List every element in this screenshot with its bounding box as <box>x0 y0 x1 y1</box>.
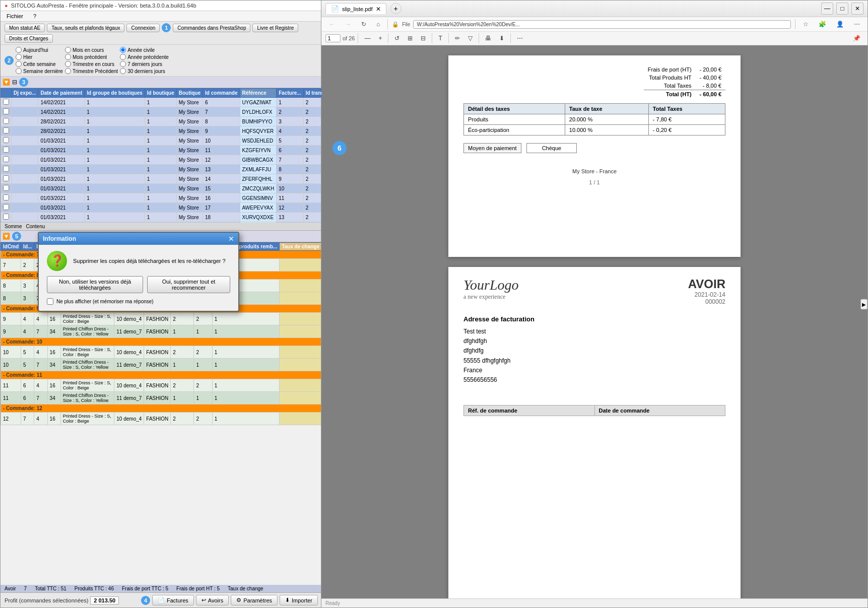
new-tab-button[interactable]: + <box>390 3 402 14</box>
row-checkbox[interactable] <box>3 108 9 114</box>
col-idcmd[interactable]: Id commande <box>203 89 240 98</box>
row-checkbox[interactable] <box>3 166 9 172</box>
col-idboutique[interactable]: Id boutique <box>145 89 176 98</box>
table-row[interactable]: 14/02/2021 1 1 My Store 7 DYLDHLOFX 2 2 … <box>1 107 322 117</box>
window-minimize-button[interactable]: — <box>821 3 833 15</box>
collapse-icon[interactable]: ⊟ <box>12 79 17 86</box>
btn-taux-seuils[interactable]: Taux, seuils et plafonds légaux <box>47 24 124 32</box>
reload-button[interactable]: ↻ <box>358 19 370 29</box>
row-checkbox[interactable] <box>3 137 9 143</box>
url-bar[interactable] <box>413 20 791 29</box>
col-idtrans[interactable]: Id transporteur <box>303 89 322 98</box>
radio-mois-en-cours[interactable] <box>65 47 71 53</box>
btn-connexion[interactable]: Connexion <box>126 24 160 32</box>
list-item[interactable]: 9 4 7 34 Printed Chiffon Dress - Size : … <box>1 325 322 338</box>
list-item[interactable]: 11 6 4 16 Printed Dress - Size : S, Colo… <box>1 379 322 392</box>
dialog-yes-button[interactable]: Oui, supprimer tout et recommencer <box>147 276 230 293</box>
pdf-tab-close[interactable]: ✕ <box>376 6 381 13</box>
table-row[interactable]: 01/03/2021 1 1 My Store 11 KZGFEIYVN 6 2… <box>1 146 322 155</box>
list-item[interactable]: 12 7 4 16 Printed Dress - Size : S, Colo… <box>1 413 322 425</box>
profile-button[interactable]: 👤 <box>833 19 847 29</box>
btn-avoirs[interactable]: ↩ Avoirs <box>196 595 229 605</box>
table-row[interactable]: 01/03/2021 1 1 My Store 18 XURVQXDXE 13 … <box>1 213 322 222</box>
fit-page-button[interactable]: ⊞ <box>405 33 416 43</box>
radio-annee-civile[interactable] <box>120 47 126 53</box>
list-item[interactable]: 10 5 7 34 Printed Chiffon Dress - Size :… <box>1 359 322 371</box>
menu-aide[interactable]: ? <box>31 12 38 20</box>
annotate-button[interactable]: ✏ <box>452 33 463 43</box>
list-item[interactable]: 9 4 4 16 Printed Dress - Size : S, Color… <box>1 313 322 325</box>
home-button[interactable]: ⌂ <box>373 19 383 29</box>
two-page-button[interactable]: ⊟ <box>418 33 429 43</box>
table-row[interactable]: 28/02/2021 1 1 My Store 9 HQFSQVYER 4 2 … <box>1 126 322 136</box>
highlight-button[interactable]: ▽ <box>465 33 476 43</box>
btn-droits-charges[interactable]: Droits et Charges <box>5 34 53 43</box>
orders-table-area[interactable]: 🔽 ⊟ 3 Dj expo... Date de paiement Id gro… <box>1 77 322 223</box>
row-checkbox[interactable] <box>3 127 9 133</box>
radio-trimestre-en-cours[interactable] <box>65 61 71 67</box>
row-checkbox[interactable] <box>3 194 9 200</box>
zoom-out-button[interactable]: — <box>361 33 373 43</box>
pdf-content[interactable]: Frais de port (HT)- 20,00 € Total Produi… <box>321 45 867 598</box>
col-boutique[interactable]: Boutique <box>176 89 203 98</box>
table-row[interactable]: 01/03/2021 1 1 My Store 15 ZMCZQLWKH 10 … <box>1 184 322 193</box>
page-input[interactable] <box>325 34 341 42</box>
radio-aujourdhui[interactable] <box>16 47 22 53</box>
window-maximize-button[interactable]: □ <box>836 3 848 15</box>
btn-commandes[interactable]: Commandes dans PrestaShop <box>173 24 250 32</box>
row-checkbox[interactable] <box>3 118 9 124</box>
more-tools-button[interactable]: ⋯ <box>514 33 526 43</box>
row-checkbox[interactable] <box>3 99 9 105</box>
bookmark-star-button[interactable]: ☆ <box>799 19 812 29</box>
radio-hier[interactable] <box>16 54 22 60</box>
radio-30-jours[interactable] <box>120 68 126 74</box>
col-grp[interactable]: Id groupe de boutiques <box>85 89 145 98</box>
table-row[interactable]: 01/03/2021 1 1 My Store 14 ZFERFQHHL 9 2… <box>1 174 322 184</box>
row-checkbox[interactable] <box>3 156 9 162</box>
back-button[interactable]: ← <box>325 19 339 29</box>
table-row[interactable]: 28/02/2021 1 1 My Store 8 BUMHIPYYO 3 2 … <box>1 117 322 126</box>
menu-fichier[interactable]: Fichier <box>5 12 25 20</box>
dialog-close-button[interactable]: ✕ <box>228 235 234 243</box>
btn-livre-registre[interactable]: Livre et Registre <box>252 24 298 32</box>
forward-button[interactable]: → <box>342 19 355 29</box>
col-djexpo[interactable]: Dj expo... <box>12 89 38 98</box>
row-checkbox[interactable] <box>3 185 9 191</box>
zoom-in-button[interactable]: + <box>375 33 385 43</box>
col-ref[interactable]: Référence <box>240 89 277 98</box>
ct-col-1[interactable]: Id... <box>21 243 34 251</box>
row-checkbox[interactable] <box>3 147 9 153</box>
present-button[interactable]: 📌 <box>850 33 863 43</box>
extensions-button[interactable]: 🧩 <box>815 19 830 29</box>
table-row[interactable]: 01/03/2021 1 1 My Store 10 WSDJEHLED 5 2… <box>1 136 322 146</box>
print-button[interactable]: 🖶 <box>482 33 494 43</box>
table-row[interactable]: 01/03/2021 1 1 My Store 16 GGENSIMNV 11 … <box>1 193 322 203</box>
ct-col-idcmd[interactable]: IdCmd <box>1 243 21 251</box>
radio-trimestre-precedent[interactable] <box>65 68 71 74</box>
filter-icon-2[interactable]: 🔽 <box>3 233 10 240</box>
btn-importer[interactable]: ⬇ Importer <box>280 595 318 605</box>
table-row[interactable]: 01/03/2021 1 1 My Store 17 AWEPEVYAX 12 … <box>1 203 322 213</box>
rotate-button[interactable]: ↺ <box>391 33 403 43</box>
list-item[interactable]: 10 5 4 16 Printed Dress - Size : S, Colo… <box>1 346 322 359</box>
filter-icon[interactable]: 🔽 <box>3 79 10 86</box>
radio-mois-precedent[interactable] <box>65 54 71 60</box>
row-checkbox[interactable] <box>3 175 9 181</box>
scroll-right-btn[interactable]: ▶ <box>860 299 867 309</box>
btn-factures[interactable]: 📄 Factures <box>152 595 194 605</box>
download-button[interactable]: ⬇ <box>496 33 507 43</box>
row-checkbox[interactable] <box>3 204 9 210</box>
window-close-button[interactable]: ✕ <box>851 3 863 15</box>
table-row[interactable]: 01/03/2021 1 1 My Store 13 ZXMLAFFJU 8 2… <box>1 165 322 174</box>
row-checkbox[interactable] <box>3 214 9 220</box>
text-select-button[interactable]: T <box>435 33 445 43</box>
table-row[interactable]: 14/02/2021 1 1 My Store 6 UYGAZIWAT 1 2 … <box>1 98 322 107</box>
radio-annee-precedente[interactable] <box>120 54 126 60</box>
list-item[interactable]: 11 6 7 34 Printed Chiffon Dress - Size :… <box>1 392 322 404</box>
col-date[interactable]: Date de paiement <box>38 89 85 98</box>
btn-parametres[interactable]: ⚙ Paramètres <box>231 595 278 605</box>
col-facture[interactable]: Facture... <box>277 89 303 98</box>
btn-mon-statut-ae[interactable]: Mon statut AE <box>5 24 45 32</box>
dialog-no-show-checkbox[interactable] <box>47 298 53 305</box>
table-row[interactable]: 01/03/2021 1 1 My Store 12 GIBWBCAGX 7 2… <box>1 155 322 165</box>
